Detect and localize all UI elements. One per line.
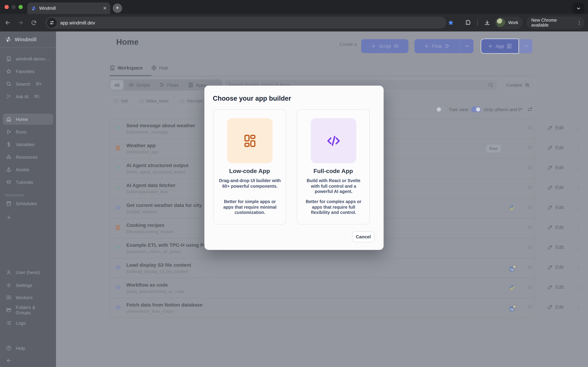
extensions-puzzle-icon[interactable] [464, 18, 473, 27]
sidebar-item-workers[interactable]: Workers [3, 292, 53, 303]
profile-chip[interactable]: Work [494, 17, 523, 29]
favorite-star-icon[interactable] [527, 284, 535, 292]
reload-icon[interactable] [29, 18, 38, 27]
create-flow-dropdown[interactable] [459, 39, 474, 53]
sidebar-item-user-henri[interactable]: User (henri) [3, 267, 53, 278]
chevron-down-icon [523, 43, 529, 49]
windmill-brand[interactable]: Windmill [5, 36, 37, 43]
item-name: Fetch data from Notion database [126, 302, 203, 308]
filter-chip-f-all[interactable]: f/all [110, 96, 131, 105]
browser-tab[interactable]: Windmill ✕ [27, 2, 110, 14]
filter-chip-f-data-team[interactable]: f/data_team [135, 96, 172, 105]
segment-scripts[interactable]: Scripts [124, 80, 154, 90]
bookmark-star-icon[interactable] [447, 18, 455, 27]
tab-hub[interactable]: Hub [151, 65, 168, 71]
url-bar[interactable]: app.windmill.dev [45, 17, 446, 29]
cancel-button[interactable]: Cancel [352, 231, 374, 242]
sidebar-item-tutorials[interactable]: Tutorials [3, 176, 53, 188]
card-full-code-app[interactable]: Full-code App Build with React or Svelte… [297, 109, 370, 224]
sidebar-item-home[interactable]: Home [3, 114, 53, 125]
sidebar-item-search[interactable]: Search ⌘k [3, 78, 53, 90]
favorite-star-icon[interactable] [527, 184, 535, 192]
sidebar-item-assets[interactable]: Assets [3, 164, 53, 175]
row-menu-icon[interactable] [575, 244, 582, 252]
favorite-star-icon[interactable] [527, 304, 535, 312]
sidebar-item-favorites[interactable]: Favorites [3, 66, 53, 77]
app-builder-modal: Choose your app builder Low-code App Dra… [204, 86, 384, 250]
back-icon[interactable] [3, 18, 12, 27]
segment-all[interactable]: All [110, 80, 124, 90]
create-script-button[interactable]: Script [361, 39, 408, 53]
content-search-button[interactable]: Content [501, 79, 536, 91]
bun-language-icon: TS [509, 304, 517, 312]
table-row[interactable]: Load display S3 file content f/all/load_… [110, 258, 534, 278]
sidebar-item-settings[interactable]: Settings [3, 280, 53, 291]
filter-chip-f-devops[interactable]: f/devops [175, 96, 207, 105]
chevron-down-icon [464, 43, 469, 49]
sidebar-collapse-button[interactable] [3, 355, 53, 366]
minimize-window-button[interactable] [12, 5, 16, 9]
sidebar-item-folders-groups[interactable]: Folders & Groups [3, 304, 53, 316]
row-menu-icon[interactable] [575, 224, 582, 232]
forward-icon[interactable] [17, 18, 25, 27]
favorite-star-icon[interactable] [527, 264, 535, 272]
close-window-button[interactable] [5, 5, 9, 9]
create-flow-button[interactable]: Flow [415, 39, 459, 53]
row-menu-icon[interactable] [575, 304, 582, 312]
sidebar-add-trigger-button[interactable] [3, 212, 53, 223]
maximize-window-button[interactable] [18, 5, 23, 9]
sidebar-item-resources[interactable]: Resources [3, 151, 53, 163]
row-menu-icon[interactable] [575, 204, 582, 212]
sidebar-item-label: Help [16, 345, 25, 351]
edit-button[interactable]: Edit [547, 224, 564, 230]
tab-search-chevron-icon[interactable] [573, 3, 585, 14]
table-row[interactable]: Workflow as code f/data_team/workflow_as… [110, 278, 534, 298]
edit-button[interactable]: Edit [547, 284, 564, 290]
kebab-menu-icon[interactable]: ⋮ [577, 20, 582, 25]
search-icon [488, 82, 493, 88]
row-menu-icon[interactable] [575, 145, 582, 152]
card-low-code-app[interactable]: Low-code App Drag-and-drop UI builder wi… [213, 109, 286, 224]
edit-button[interactable]: Edit [547, 184, 564, 190]
edit-button[interactable]: Edit [547, 264, 564, 270]
site-info-icon[interactable] [47, 18, 57, 28]
edit-button[interactable]: Edit [547, 165, 564, 170]
table-row[interactable]: Fetch data from Notion database u/henri/… [110, 298, 534, 318]
sidebar-item-schedules[interactable]: Schedules [3, 198, 53, 209]
sidebar-item-help[interactable]: Help [3, 342, 53, 354]
edit-button[interactable]: Edit [547, 304, 564, 310]
filter-settings-button[interactable] [525, 105, 535, 114]
edit-button[interactable]: Edit [547, 125, 564, 130]
favorite-star-icon[interactable] [527, 125, 535, 133]
chrome-update-button[interactable]: New Chrome available ⋮ [526, 17, 585, 29]
sidebar-item-runs[interactable]: Runs [3, 126, 53, 137]
tab-workspace[interactable]: Workspace [110, 65, 143, 71]
edit-button[interactable]: Edit [547, 204, 564, 210]
edit-button[interactable]: Edit [547, 244, 564, 250]
tab-close-icon[interactable]: ✕ [103, 6, 107, 11]
download-icon[interactable] [483, 18, 491, 27]
favorite-star-icon[interactable] [527, 224, 535, 232]
window-controls[interactable] [5, 5, 23, 9]
sidebar-item-variables[interactable]: Variables [3, 139, 53, 150]
favorite-star-icon[interactable] [527, 145, 535, 152]
new-tab-button[interactable]: + [113, 3, 122, 13]
row-menu-icon[interactable] [575, 284, 582, 292]
edit-button[interactable]: Edit [547, 145, 564, 150]
toggle-tree-view[interactable] [436, 107, 446, 112]
row-menu-icon[interactable] [575, 264, 582, 272]
create-app-button[interactable]: App [481, 39, 518, 53]
favorite-star-icon[interactable] [527, 165, 535, 172]
active-tab-underline [110, 75, 152, 76]
create-app-dropdown[interactable] [519, 39, 532, 53]
favorite-star-icon[interactable] [527, 244, 535, 252]
sidebar-item-logs[interactable]: Logs [3, 317, 53, 329]
row-menu-icon[interactable] [575, 125, 582, 133]
row-menu-icon[interactable] [575, 165, 582, 172]
segment-flows[interactable]: Flows [155, 80, 183, 90]
sidebar-item-ask-ai[interactable]: Ask AI ⌘L [3, 91, 53, 102]
sidebar-item-windmill-demo[interactable]: windmill-demo-... [3, 53, 53, 64]
toggle-only-u-henri-and-f-[interactable] [471, 107, 481, 112]
favorite-star-icon[interactable] [527, 204, 535, 212]
row-menu-icon[interactable] [575, 184, 582, 192]
